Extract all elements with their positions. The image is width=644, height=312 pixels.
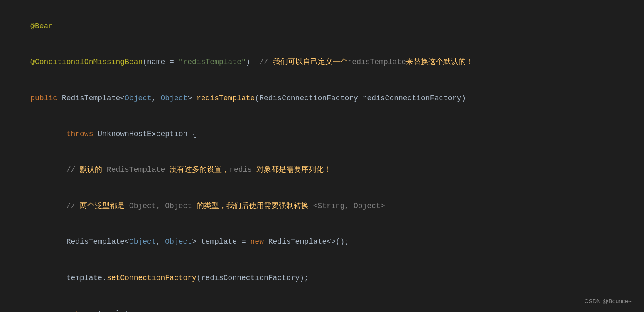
comment-code-2c: redis xyxy=(229,166,252,174)
comment-cn-2: 默认的 xyxy=(80,166,107,174)
code-line-9: return template; xyxy=(12,296,632,312)
watermark: CSDN @Bounce~ xyxy=(585,297,632,306)
code-line-6: // 两个泛型都是 Object, Object 的类型，我们后使用需要强制转换… xyxy=(12,188,632,224)
type-obj-1: Object xyxy=(125,94,152,102)
plain-comma-1: , xyxy=(152,94,161,102)
plain-gt-1: > xyxy=(187,94,197,102)
type-obj-2: Object xyxy=(161,94,188,102)
plain-indent-3 xyxy=(30,202,66,210)
annotation-conditional-1: @ConditionalOnMissingBean xyxy=(30,58,143,66)
comment-cn-1: 我们可以自己定义一个 xyxy=(273,58,348,66)
param-name-1: name xyxy=(147,58,165,66)
comment-cn-2c: 对象都是需要序列化！ xyxy=(252,166,331,174)
code-line-7: RedisTemplate<Object, Object> template =… xyxy=(12,224,632,260)
plain-redis-new-1: RedisTemplate<>(); xyxy=(268,238,349,246)
plain-indent-2 xyxy=(30,166,66,174)
type-redis-2: RedisTemplate< xyxy=(66,238,129,246)
comment-code-2: RedisTemplate xyxy=(107,166,165,174)
code-line-8: template.setConnectionFactory(redisConne… xyxy=(12,260,632,296)
comment-slash-3: // xyxy=(66,202,80,210)
code-line-2: @ConditionalOnMissingBean(name = "redisT… xyxy=(12,44,632,80)
kw-throws-1: throws xyxy=(66,130,98,138)
type-obj-3: Object xyxy=(129,238,156,246)
type-redis-1: RedisTemplate< xyxy=(62,94,125,102)
plain-indent-6 xyxy=(30,310,66,312)
plain-dot-1: . xyxy=(102,274,107,282)
plain-indent-1 xyxy=(30,130,66,138)
annotation-bean-1: @Bean xyxy=(30,22,53,30)
plain-space-1 xyxy=(251,58,260,66)
plain-params-1: (RedisConnectionFactory redisConnectionF… xyxy=(255,94,466,102)
kw-public-1: public xyxy=(30,94,62,102)
plain-unknown-1: UnknownHostException { xyxy=(98,130,197,138)
comment-cn-3: 两个泛型都是 xyxy=(80,202,129,210)
code-line-1: @Bean xyxy=(12,8,632,44)
comment-code-3c: <String, Object> xyxy=(313,202,385,210)
plain-paren-1: ( xyxy=(143,58,147,66)
comment-code-1: redisTemplate xyxy=(348,58,406,66)
plain-gt-2: > xyxy=(192,238,201,246)
comment-cn-3b: 的类型，我们后使用需要强制转换 xyxy=(192,202,313,210)
plain-eq-1: = xyxy=(165,58,178,66)
plain-scf-1: (redisConnectionFactory); xyxy=(197,274,309,282)
string-redis-template-1: "redisTemplate" xyxy=(179,58,246,66)
kw-new-1: new xyxy=(251,238,268,246)
method-redis-template-1: redisTemplate xyxy=(197,94,255,102)
plain-indent-4 xyxy=(30,238,66,246)
var-template-1: template xyxy=(201,238,237,246)
comment-slash-1: // xyxy=(259,58,273,66)
kw-return-1: return xyxy=(66,310,98,312)
comment-slash-2: // xyxy=(66,166,80,174)
plain-paren-2: ) xyxy=(246,58,251,66)
method-set-conn-1: setConnectionFactory xyxy=(107,274,197,282)
code-line-3: public RedisTemplate<Object, Object> red… xyxy=(12,80,632,116)
code-line-5: // 默认的 RedisTemplate 没有过多的设置，redis 对象都是需… xyxy=(12,152,632,188)
plain-indent-5 xyxy=(30,274,66,282)
code-line-4: throws UnknownHostException { xyxy=(12,116,632,152)
plain-comma-2: , xyxy=(156,238,165,246)
comment-cn-1b: 来替换这个默认的！ xyxy=(406,58,473,66)
plain-template-ret-1: template; xyxy=(98,310,138,312)
comment-code-3a: Object, Object xyxy=(129,202,192,210)
comment-cn-2b: 没有过多的设置， xyxy=(165,166,229,174)
type-obj-4: Object xyxy=(165,238,192,246)
plain-eq-2: = xyxy=(237,238,250,246)
var-template-2: template xyxy=(66,274,102,282)
code-container: @Bean @ConditionalOnMissingBean(name = "… xyxy=(0,0,644,312)
